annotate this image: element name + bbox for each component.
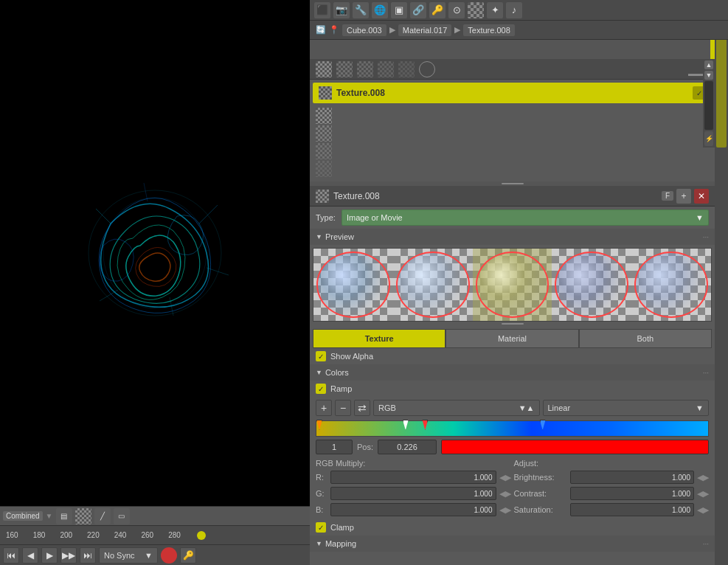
colors-section-title[interactable]: ▼ Colors ··· bbox=[310, 364, 715, 381]
prev-keyframe-btn[interactable]: ⏮ bbox=[3, 547, 19, 564]
mapping-section-title[interactable]: ▼ Mapping ··· bbox=[310, 535, 715, 552]
ramp-marker-arrow-1 bbox=[316, 420, 322, 430]
tab-texture[interactable]: Texture bbox=[313, 329, 446, 348]
pos-input[interactable]: 0.226 bbox=[378, 440, 437, 454]
key-btn[interactable]: 🔑 bbox=[180, 547, 196, 564]
adjust-label: Adjust: bbox=[514, 457, 710, 469]
next-frame-btn[interactable]: ▶▶ bbox=[60, 547, 77, 564]
panel-checker-icon-2 bbox=[336, 61, 353, 77]
toolbar-icon-star[interactable]: ✦ bbox=[487, 2, 503, 18]
time-200: 200 bbox=[60, 531, 72, 539]
preview-section-title[interactable]: ▼ Preview ··· bbox=[310, 229, 715, 245]
contrast-slider[interactable]: 1.000 bbox=[570, 487, 695, 500]
breadcrumb-sep1: ▶ bbox=[389, 25, 395, 35]
ramp-marker-1[interactable] bbox=[316, 420, 322, 430]
preview-dots-menu[interactable]: ··· bbox=[703, 233, 709, 241]
timeline-icon-4[interactable]: ▭ bbox=[114, 508, 130, 524]
breadcrumb-bar: 🔄 📍 Cube.003 ▶ Material.017 ▶ Texture.00… bbox=[310, 21, 728, 40]
combined-arrow[interactable]: ▼ bbox=[46, 512, 53, 520]
color-mode-dropdown[interactable]: RGB ▼▲ bbox=[373, 400, 540, 416]
g-slider[interactable]: 1.000 bbox=[330, 487, 496, 500]
toolbar-icon-grid[interactable]: ⬛ bbox=[314, 2, 330, 18]
right-scrollbar[interactable] bbox=[715, 0, 728, 565]
ramp-controls-row: + − ⇄ RGB ▼▲ Linear ▼ bbox=[310, 397, 715, 419]
mapping-dots-menu[interactable]: ··· bbox=[703, 540, 709, 548]
b-slider[interactable]: 1.000 bbox=[330, 503, 496, 516]
color-swatch[interactable] bbox=[441, 440, 709, 454]
timeline-icon-1[interactable]: ▤ bbox=[56, 508, 72, 524]
tab-material[interactable]: Material bbox=[446, 329, 578, 348]
ramp-minus-btn[interactable]: − bbox=[335, 400, 351, 416]
scroll-up-btn[interactable]: ▲ bbox=[704, 60, 713, 69]
panel-scrollbar-arrows: ▲ ▼ ⚡ bbox=[703, 59, 715, 148]
saturation-slider[interactable]: 1.000 bbox=[570, 503, 695, 516]
clamp-checkbox[interactable]: ✓ bbox=[316, 522, 326, 533]
close-texture-btn[interactable]: ✕ bbox=[694, 189, 709, 204]
b-value: 1.000 bbox=[474, 506, 492, 514]
toolbar-icon-sound[interactable]: ♪ bbox=[506, 2, 522, 18]
preview-area bbox=[310, 245, 715, 329]
toolbar-icon-target[interactable]: ⊙ bbox=[448, 2, 465, 18]
play-btn[interactable]: ▶ bbox=[41, 547, 58, 564]
ramp-checkbox[interactable]: ✓ bbox=[316, 384, 326, 394]
timeline-icon-3[interactable]: ╱ bbox=[94, 508, 111, 524]
texture-slot-3[interactable] bbox=[316, 143, 332, 159]
viewport-canvas bbox=[0, 0, 310, 506]
colors-dots-menu[interactable]: ··· bbox=[703, 369, 709, 377]
scrollbar-track bbox=[715, 0, 728, 565]
no-sync-dropdown[interactable]: No Sync ▼ bbox=[99, 547, 158, 564]
ramp-marker-2[interactable] bbox=[403, 420, 409, 430]
scroll-down-btn[interactable]: ▼ bbox=[704, 71, 713, 80]
contrast-arrows: ◀▶ bbox=[697, 489, 709, 499]
timeline-icon-2[interactable] bbox=[75, 508, 91, 524]
clamp-label: Clamp bbox=[330, 523, 354, 532]
tab-both[interactable]: Both bbox=[579, 329, 712, 348]
breadcrumb-texture[interactable]: Texture.008 bbox=[463, 24, 514, 36]
type-value: Image or Movie bbox=[347, 213, 403, 222]
next-keyframe-btn[interactable]: ⏭ bbox=[80, 547, 96, 564]
colors-arrow: ▼ bbox=[316, 369, 322, 376]
toolbar-icon-wrench[interactable]: 🔧 bbox=[353, 2, 369, 18]
texture-slot-2[interactable] bbox=[316, 125, 332, 142]
toolbar-icon-link[interactable]: 🔗 bbox=[410, 2, 426, 18]
texture-slot-1[interactable] bbox=[316, 108, 332, 124]
ramp-gradient-bar[interactable] bbox=[316, 420, 709, 437]
r-slider[interactable]: 1.000 bbox=[330, 471, 496, 484]
texture-slot-4[interactable] bbox=[316, 161, 332, 177]
ramp-marker-4[interactable] bbox=[540, 420, 546, 430]
contrast-label: Contrast: bbox=[514, 489, 567, 498]
preview-cell-3 bbox=[473, 249, 552, 321]
ramp-marker-3[interactable] bbox=[422, 420, 428, 430]
brightness-arrows: ◀▶ bbox=[697, 473, 709, 482]
type-row: Type: Image or Movie ▼ bbox=[310, 207, 715, 229]
index-input[interactable]: 1 bbox=[316, 440, 353, 454]
breadcrumb-material[interactable]: Material.017 bbox=[398, 24, 452, 36]
ramp-bar-container[interactable] bbox=[316, 420, 709, 437]
mapping-label: Mapping bbox=[325, 539, 356, 548]
texture-name-bar[interactable]: Texture.008 ✓ bbox=[313, 83, 712, 103]
add-texture-btn[interactable]: + bbox=[676, 189, 691, 204]
g-value: 1.000 bbox=[474, 490, 492, 498]
toolbar-icon-camera[interactable]: 📷 bbox=[333, 2, 350, 18]
time-220: 220 bbox=[87, 531, 100, 539]
type-dropdown[interactable]: Image or Movie ▼ bbox=[342, 209, 709, 226]
toolbar-icon-globe[interactable]: 🌐 bbox=[372, 2, 388, 18]
resize-indicator bbox=[502, 183, 524, 184]
type-dropdown-arrow: ▼ bbox=[696, 213, 704, 222]
scroll-action-btn[interactable]: ⚡ bbox=[704, 131, 713, 146]
interpolation-dropdown[interactable]: Linear ▼ bbox=[543, 400, 710, 416]
preview-images bbox=[313, 248, 712, 322]
ramp-swap-btn[interactable]: ⇄ bbox=[354, 400, 370, 416]
r-label: R: bbox=[316, 473, 327, 482]
toolbar-icon-checker[interactable] bbox=[468, 2, 484, 18]
brightness-slider[interactable]: 1.000 bbox=[570, 471, 695, 484]
breadcrumb-cube[interactable]: Cube.003 bbox=[342, 24, 386, 36]
ramp-add-btn[interactable]: + bbox=[316, 400, 332, 416]
prev-frame-btn[interactable]: ◀ bbox=[22, 547, 38, 564]
timeline-controls: ⏮ ◀ ▶ ▶▶ ⏭ No Sync ▼ 🔑 bbox=[0, 545, 310, 565]
show-alpha-checkbox[interactable]: ✓ bbox=[316, 351, 326, 361]
preview-resize-handle[interactable] bbox=[313, 322, 712, 326]
toolbar-icon-cube[interactable]: ▣ bbox=[391, 2, 407, 18]
toolbar-icon-key[interactable]: 🔑 bbox=[429, 2, 446, 18]
record-btn[interactable] bbox=[161, 547, 177, 564]
